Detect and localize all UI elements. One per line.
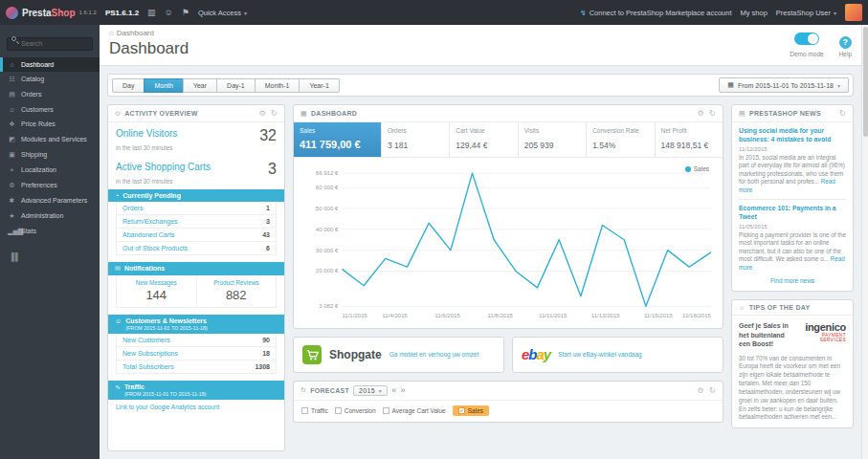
- demo-mode-toggle[interactable]: [794, 33, 819, 45]
- sidebar-item-preferences[interactable]: ⚙Preferences: [0, 178, 100, 193]
- panel-title: TIPS OF THE DAY: [749, 304, 811, 311]
- gear-icon[interactable]: ⚙: [259, 109, 266, 118]
- date-range-picker[interactable]: ▦ From 2015-11-01 To 2015-11-18 ▾: [719, 77, 849, 93]
- next-year-button[interactable]: »: [400, 385, 405, 395]
- filter-day-button[interactable]: Day: [112, 78, 145, 93]
- calendar-icon: ▦: [727, 81, 734, 89]
- forecast-year-select[interactable]: 2015 ▾: [353, 385, 388, 396]
- prestashop-logo[interactable]: PrestaShop 1.6.1.2: [6, 7, 97, 19]
- svg-text:11/6/2015: 11/6/2015: [434, 313, 460, 318]
- refresh-icon[interactable]: ↻: [709, 109, 716, 118]
- sidebar-item-catalog[interactable]: ☷Catalog: [0, 72, 100, 87]
- online-visitors-label[interactable]: Online Visitors: [116, 128, 177, 139]
- search-input[interactable]: [7, 37, 93, 51]
- active-carts-label[interactable]: Active Shopping Carts: [116, 162, 211, 172]
- news-item-title[interactable]: Using social media for your business: 4 …: [739, 127, 846, 144]
- sidebar-item-label: Shipping: [21, 151, 47, 158]
- filter-day-1-button[interactable]: Day-1: [216, 78, 256, 93]
- news-item-excerpt: In 2015, social media are an integral pa…: [739, 154, 846, 195]
- kpi-cart-value[interactable]: Cart Value 129,44 €: [450, 122, 518, 157]
- refresh-icon[interactable]: ↻: [709, 386, 716, 395]
- currently-pending-header: ◔ Currently Pending: [108, 189, 284, 202]
- page-scrollbar[interactable]: [861, 25, 868, 459]
- sidebar: ⌂Dashboard ☷Catalog ▤Orders ☺Customers ❖…: [0, 25, 100, 459]
- sidebar-item-dashboard[interactable]: ⌂Dashboard: [0, 57, 100, 72]
- filter-bar: Day Month Year Day-1 Month-1 Year-1 ▦ Fr…: [107, 74, 854, 97]
- kpi-visits[interactable]: Visits 205 939: [519, 122, 587, 157]
- administration-icon: ★: [8, 212, 16, 220]
- gear-icon[interactable]: ⚙: [698, 109, 704, 118]
- bolt-icon: ↯: [580, 9, 586, 17]
- sidebar-item-orders[interactable]: ▤Orders: [0, 87, 100, 102]
- pending-row-orders[interactable]: Orders1: [117, 202, 276, 215]
- refresh-icon[interactable]: ↻: [839, 109, 846, 118]
- dashboard-panel: ▦ DASHBOARD ⚙ ↻ Sales 411 759,00 €: [293, 104, 723, 329]
- sidebar-item-shipping[interactable]: ▣Shipping: [0, 147, 100, 163]
- pending-row-out-of-stock[interactable]: Out of Stock Products6: [117, 242, 276, 254]
- sidebar-item-price-rules[interactable]: ❖Price Rules: [0, 117, 100, 132]
- marketplace-link[interactable]: ↯ Connect to PrestaShop Marketplace acco…: [580, 9, 731, 17]
- notification-new-messages[interactable]: New Messages 144: [117, 275, 196, 307]
- kpi-conversion-rate[interactable]: Conversion Rate 1.54%: [587, 122, 655, 157]
- gear-icon[interactable]: ⚙: [698, 386, 704, 395]
- svg-text:11/13/2015: 11/13/2015: [591, 313, 620, 318]
- avatar[interactable]: [845, 4, 862, 21]
- collapse-sidebar-button[interactable]: ▐▌: [9, 252, 91, 261]
- demo-mode-label: Demo mode: [790, 51, 823, 57]
- shop-name-link[interactable]: PS1.6.1.2: [105, 9, 139, 17]
- forecast-panel: ↻ FORECAST 2015 ▾ « » ⚙ ↻: [293, 381, 723, 423]
- filter-month-1-button[interactable]: Month-1: [255, 78, 300, 93]
- quick-access-menu[interactable]: Quick Access ▾: [198, 9, 247, 17]
- customers-row-new-subscriptions[interactable]: New Subscriptions18: [117, 347, 276, 361]
- scrollbar-thumb[interactable]: [863, 27, 868, 137]
- kpi-sales[interactable]: Sales 411 759,00 €: [294, 122, 382, 157]
- news-item-title[interactable]: Ecommerce 101: Payments in a Tweet: [739, 205, 846, 222]
- sidebar-item-advanced-parameters[interactable]: ✱Advanced Parameters: [0, 193, 100, 208]
- pending-row-returns[interactable]: Return/Exchanges3: [117, 215, 276, 229]
- notification-product-reviews[interactable]: Product Reviews 882: [196, 275, 277, 307]
- forecast-legend-average-cart-value[interactable]: Average Cart Value: [383, 407, 446, 414]
- sidebar-item-stats[interactable]: ▂▅▇Stats: [0, 224, 100, 239]
- svg-text:20 000 €: 20 000 €: [316, 268, 339, 273]
- panel-title: PRESTASHOP NEWS: [749, 110, 821, 117]
- find-more-news-link[interactable]: Find more news: [739, 276, 846, 288]
- shopgate-promo-card: Shopgate Ga mobiel en verhoog uw omzet: [293, 337, 504, 373]
- pending-row-abandoned-carts[interactable]: Abandoned Carts43: [117, 229, 276, 242]
- user-menu[interactable]: PrestaShop User ▾: [776, 9, 836, 17]
- news-item: Ecommerce 101: Payments in a Tweet 11/05…: [739, 205, 846, 276]
- refresh-icon[interactable]: ↻: [271, 109, 278, 118]
- help-icon[interactable]: ?: [839, 36, 852, 49]
- sidebar-item-localization[interactable]: ⌖Localization: [0, 163, 100, 178]
- sidebar-item-label: Dashboard: [21, 61, 54, 68]
- page-header: ⌂ Dashboard Dashboard Demo mode ? Help: [100, 25, 861, 66]
- kpi-orders[interactable]: Orders 3 181: [382, 122, 450, 157]
- megaphone-icon[interactable]: ⚑: [182, 8, 189, 17]
- group-icon: ☺: [115, 317, 122, 324]
- filter-year-1-button[interactable]: Year-1: [299, 78, 339, 93]
- google-analytics-link[interactable]: Link to your Google Analytics account: [108, 400, 284, 418]
- my-shop-link[interactable]: My shop: [741, 9, 768, 17]
- sidebar-item-administration[interactable]: ★Administration: [0, 208, 100, 224]
- cart-icon[interactable]: ▥: [147, 8, 156, 17]
- chart-legend: Sales: [685, 165, 709, 172]
- shopgate-promo-link[interactable]: Ga mobiel en verhoog uw omzet: [389, 351, 479, 358]
- customers-row-new-customers[interactable]: New Customers90: [117, 334, 276, 347]
- news-icon: ▤: [739, 110, 746, 118]
- prev-year-button[interactable]: «: [391, 385, 396, 395]
- ebay-promo-link[interactable]: Start uw eBay-winkel vandaag: [558, 351, 641, 358]
- filter-month-button[interactable]: Month: [144, 78, 183, 93]
- customers-row-total-subscribers[interactable]: Total Subscribers1308: [117, 361, 276, 373]
- filter-year-button[interactable]: Year: [183, 78, 217, 93]
- sidebar-item-label: Stats: [21, 228, 36, 234]
- envelope-icon: ✉: [115, 265, 121, 273]
- kpi-net-profit[interactable]: Net Profit 148 918,51 €: [656, 122, 723, 157]
- svg-text:11/8/2015: 11/8/2015: [487, 313, 513, 318]
- panel-title: FORECAST: [310, 387, 349, 394]
- customer-icon[interactable]: ☺: [165, 8, 173, 17]
- forecast-legend-conversion[interactable]: Conversion: [335, 407, 376, 414]
- sidebar-item-customers[interactable]: ☺Customers: [0, 102, 100, 117]
- forecast-legend-sales[interactable]: ✓Sales: [453, 405, 489, 416]
- stats-icon: ▂▅▇: [8, 228, 16, 235]
- sidebar-item-modules[interactable]: ◩Modules and Services: [0, 132, 100, 147]
- forecast-legend-traffic[interactable]: Traffic: [301, 407, 328, 414]
